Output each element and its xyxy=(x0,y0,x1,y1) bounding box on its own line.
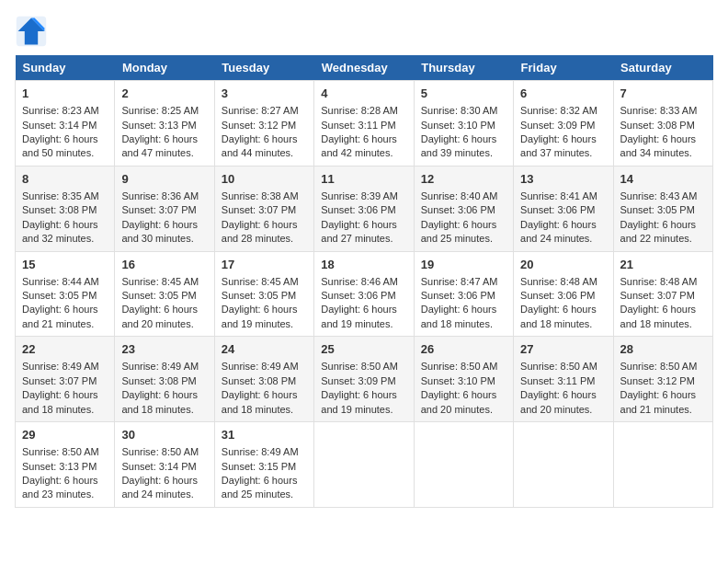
sunrise: Sunrise: 8:41 AM xyxy=(520,190,597,201)
calendar-cell xyxy=(414,422,513,508)
calendar-cell: 10Sunrise: 8:38 AMSunset: 3:07 PMDayligh… xyxy=(214,166,313,251)
daylight: Daylight: 6 hours and 32 minutes. xyxy=(22,219,98,244)
sunrise: Sunrise: 8:50 AM xyxy=(321,361,398,372)
calendar-cell: 8Sunrise: 8:35 AMSunset: 3:08 PMDaylight… xyxy=(16,166,115,251)
daylight: Daylight: 6 hours and 47 minutes. xyxy=(121,133,198,158)
sunrise: Sunrise: 8:47 AM xyxy=(421,276,498,287)
sunset: Sunset: 3:14 PM xyxy=(22,120,97,131)
daylight: Daylight: 6 hours and 24 minutes. xyxy=(520,219,597,244)
sunrise: Sunrise: 8:49 AM xyxy=(22,361,99,372)
daylight: Daylight: 6 hours and 23 minutes. xyxy=(22,475,98,500)
day-number: 14 xyxy=(620,171,706,188)
day-number: 18 xyxy=(321,257,406,273)
logo-icon xyxy=(15,15,48,48)
day-number: 10 xyxy=(222,171,307,188)
day-number: 4 xyxy=(321,86,406,102)
calendar-cell: 24Sunrise: 8:49 AMSunset: 3:08 PMDayligh… xyxy=(214,337,313,422)
calendar-cell: 30Sunrise: 8:50 AMSunset: 3:14 PMDayligh… xyxy=(115,422,214,508)
logo xyxy=(15,15,51,48)
calendar-cell: 21Sunrise: 8:48 AMSunset: 3:07 PMDayligh… xyxy=(613,251,712,337)
sunrise: Sunrise: 8:50 AM xyxy=(22,446,99,457)
sunrise: Sunrise: 8:36 AM xyxy=(121,190,199,201)
sunset: Sunset: 3:07 PM xyxy=(22,375,97,386)
calendar-cell: 29Sunrise: 8:50 AMSunset: 3:13 PMDayligh… xyxy=(16,422,115,508)
sunrise: Sunrise: 8:40 AM xyxy=(421,190,498,201)
sunrise: Sunrise: 8:46 AM xyxy=(321,276,398,287)
sunset: Sunset: 3:12 PM xyxy=(222,120,296,131)
daylight: Daylight: 6 hours and 34 minutes. xyxy=(620,133,697,158)
daylight: Daylight: 6 hours and 18 minutes. xyxy=(222,389,298,414)
sunrise: Sunrise: 8:30 AM xyxy=(421,105,498,116)
day-header-saturday: Saturday xyxy=(613,55,712,81)
day-number: 15 xyxy=(22,257,108,273)
sunset: Sunset: 3:08 PM xyxy=(222,375,296,386)
day-number: 12 xyxy=(421,171,506,188)
sunrise: Sunrise: 8:45 AM xyxy=(121,276,199,287)
sunrise: Sunrise: 8:35 AM xyxy=(22,190,99,201)
calendar-cell xyxy=(514,422,613,508)
sunset: Sunset: 3:13 PM xyxy=(22,461,97,472)
daylight: Daylight: 6 hours and 30 minutes. xyxy=(121,219,198,244)
sunset: Sunset: 3:05 PM xyxy=(22,290,97,301)
sunset: Sunset: 3:06 PM xyxy=(321,290,395,301)
day-header-tuesday: Tuesday xyxy=(214,55,313,81)
daylight: Daylight: 6 hours and 18 minutes. xyxy=(421,304,497,328)
calendar-cell: 17Sunrise: 8:45 AMSunset: 3:05 PMDayligh… xyxy=(214,251,313,337)
calendar-week-1: 1Sunrise: 8:23 AMSunset: 3:14 PMDaylight… xyxy=(16,81,713,167)
sunset: Sunset: 3:06 PM xyxy=(520,290,595,301)
daylight: Daylight: 6 hours and 20 minutes. xyxy=(121,304,198,328)
day-number: 29 xyxy=(22,427,108,443)
day-number: 9 xyxy=(121,171,207,188)
calendar-cell: 5Sunrise: 8:30 AMSunset: 3:10 PMDaylight… xyxy=(414,81,513,167)
sunrise: Sunrise: 8:33 AM xyxy=(620,105,698,116)
sunrise: Sunrise: 8:32 AM xyxy=(520,105,597,116)
calendar-cell: 2Sunrise: 8:25 AMSunset: 3:13 PMDaylight… xyxy=(115,81,214,167)
day-number: 5 xyxy=(421,86,506,102)
sunrise: Sunrise: 8:50 AM xyxy=(421,361,498,372)
calendar-cell: 19Sunrise: 8:47 AMSunset: 3:06 PMDayligh… xyxy=(414,251,513,337)
daylight: Daylight: 6 hours and 18 minutes. xyxy=(520,304,597,328)
daylight: Daylight: 6 hours and 25 minutes. xyxy=(421,219,497,244)
sunset: Sunset: 3:15 PM xyxy=(222,461,296,472)
sunset: Sunset: 3:05 PM xyxy=(222,290,296,301)
sunrise: Sunrise: 8:23 AM xyxy=(22,105,99,116)
sunrise: Sunrise: 8:49 AM xyxy=(121,361,199,372)
calendar-cell: 20Sunrise: 8:48 AMSunset: 3:06 PMDayligh… xyxy=(514,251,613,337)
day-number: 25 xyxy=(321,341,406,358)
daylight: Daylight: 6 hours and 20 minutes. xyxy=(520,389,597,414)
page-header xyxy=(15,15,713,48)
sunset: Sunset: 3:08 PM xyxy=(620,120,695,131)
day-number: 31 xyxy=(222,427,307,443)
calendar-cell xyxy=(613,422,712,508)
daylight: Daylight: 6 hours and 19 minutes. xyxy=(222,304,298,328)
calendar-cell: 16Sunrise: 8:45 AMSunset: 3:05 PMDayligh… xyxy=(115,251,214,337)
day-header-sunday: Sunday xyxy=(16,55,115,81)
day-number: 16 xyxy=(121,257,207,273)
daylight: Daylight: 6 hours and 25 minutes. xyxy=(222,475,298,500)
day-header-thursday: Thursday xyxy=(414,55,513,81)
calendar-cell xyxy=(314,422,414,508)
calendar-cell: 6Sunrise: 8:32 AMSunset: 3:09 PMDaylight… xyxy=(514,81,613,167)
day-number: 13 xyxy=(520,171,606,188)
sunrise: Sunrise: 8:48 AM xyxy=(620,276,698,287)
sunrise: Sunrise: 8:25 AM xyxy=(121,105,199,116)
calendar-week-2: 8Sunrise: 8:35 AMSunset: 3:08 PMDaylight… xyxy=(16,166,713,251)
daylight: Daylight: 6 hours and 50 minutes. xyxy=(22,133,98,158)
calendar-week-4: 22Sunrise: 8:49 AMSunset: 3:07 PMDayligh… xyxy=(16,337,713,422)
day-header-monday: Monday xyxy=(115,55,214,81)
daylight: Daylight: 6 hours and 18 minutes. xyxy=(620,304,697,328)
calendar-cell: 4Sunrise: 8:28 AMSunset: 3:11 PMDaylight… xyxy=(314,81,414,167)
sunset: Sunset: 3:07 PM xyxy=(222,204,296,215)
sunset: Sunset: 3:10 PM xyxy=(421,120,495,131)
calendar-cell: 7Sunrise: 8:33 AMSunset: 3:08 PMDaylight… xyxy=(613,81,712,167)
calendar-cell: 22Sunrise: 8:49 AMSunset: 3:07 PMDayligh… xyxy=(16,337,115,422)
day-number: 22 xyxy=(22,341,108,358)
calendar-cell: 14Sunrise: 8:43 AMSunset: 3:05 PMDayligh… xyxy=(613,166,712,251)
sunset: Sunset: 3:07 PM xyxy=(620,290,695,301)
calendar-cell: 18Sunrise: 8:46 AMSunset: 3:06 PMDayligh… xyxy=(314,251,414,337)
day-number: 27 xyxy=(520,341,606,358)
day-number: 19 xyxy=(421,257,506,273)
sunrise: Sunrise: 8:50 AM xyxy=(520,361,597,372)
day-number: 1 xyxy=(22,86,108,102)
header-row: SundayMondayTuesdayWednesdayThursdayFrid… xyxy=(16,55,713,81)
